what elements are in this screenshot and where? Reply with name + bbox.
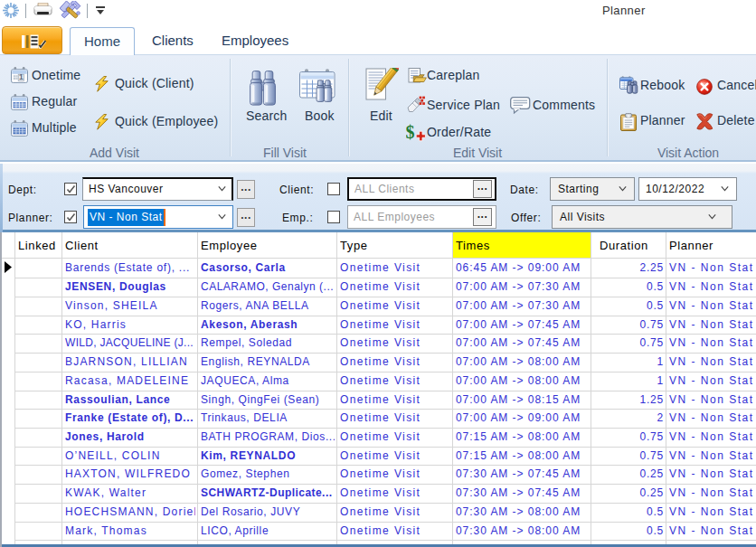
svg-text:1: 1 [19,72,24,81]
svg-text:$: $ [406,123,415,142]
